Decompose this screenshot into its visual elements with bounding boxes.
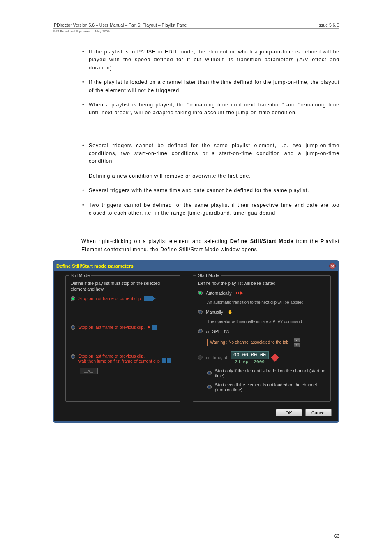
intro-bold: Define Still/Start Mode — [230, 238, 293, 244]
auto-arrow-icon — [235, 291, 244, 295]
gpi-pulse-icon: ⎍⎍ — [223, 328, 230, 334]
stop-last-frame-prev-icon — [148, 325, 157, 330]
bullets-limitations-2: Several triggers with the same time and … — [81, 187, 339, 217]
still-opt3-label-b: wait then jump on first frame of current… — [78, 358, 160, 363]
dialog-footer: OK Cancel — [54, 406, 338, 421]
dialog-body: Still Mode Define if the play-list must … — [54, 271, 338, 406]
radio-icon — [71, 325, 75, 330]
chevron-up-icon[interactable]: ▲ — [294, 338, 300, 342]
header-left: IPDirector Version 5.6 – User Manual – P… — [53, 23, 188, 28]
bullet-item: If the playlist is loaded on a channel l… — [89, 79, 339, 95]
page-header: IPDirector Version 5.6 – User Manual – P… — [53, 23, 339, 29]
start-option-ontime[interactable]: on Time, at 00:00:00:00 24-Apr-2009 — [198, 351, 326, 364]
start-auto-label: Automatically — [206, 291, 231, 296]
still-opt3-label-a: Stop on last frame of previous clip, — [78, 354, 171, 358]
gpi-warning-row: Warning : No channel associated to the t… — [207, 338, 326, 347]
start-manual-desc: The operator will manually initiate a PL… — [207, 319, 326, 324]
ontime-timecode[interactable]: 00:00:00:00 — [231, 351, 269, 359]
diamond-icon[interactable] — [271, 354, 279, 362]
dialog-titlebar: Define Still/Start mode parameters ✕ — [54, 261, 338, 271]
start-desc: Define how the play-list will be re-star… — [198, 281, 326, 287]
start-option-auto[interactable]: Automatically — [198, 291, 326, 296]
bullets-limitations: Several triggers cannot be defined for t… — [81, 142, 339, 166]
radio-icon — [71, 296, 75, 301]
fieldset-start-mode: Start Mode Define how the play-list will… — [193, 275, 331, 402]
radio-icon — [71, 354, 75, 359]
ontime-label: on Time, at — [206, 355, 227, 360]
bullet-item: When a playlist is being played, the "re… — [89, 101, 339, 117]
bullets-notes: If the playlist is in PAUSE or EDIT mode… — [81, 48, 339, 117]
bullet-item: Two triggers cannot be defined for the s… — [89, 201, 339, 217]
fieldset-still-mode: Still Mode Define if the play-list must … — [65, 275, 180, 402]
still-option-last-prev[interactable]: Stop on last frame of previous clip, — [71, 325, 176, 330]
ontime-sub-start-only[interactable]: Start only if the element is loaded on t… — [207, 368, 326, 378]
ontime-sub2-label: Start even if the element is not loaded … — [215, 382, 326, 392]
start-gpi-label: on GPI — [206, 329, 219, 334]
bullet-item: Several triggers with the same time and … — [89, 187, 339, 194]
radio-icon — [207, 371, 212, 375]
still-desc: Define if the play-list must stop on the… — [71, 281, 176, 292]
wait-jump-icon — [162, 358, 171, 363]
still-option-wait-jump[interactable]: Stop on last frame of previous clip, wai… — [71, 354, 176, 363]
stop-first-frame-icon — [144, 296, 153, 301]
legend-start: Start Mode — [196, 273, 221, 278]
gpi-warning-text: Warning : No channel associated to the t… — [207, 339, 291, 346]
start-auto-desc: An automatic transition to the next clip… — [207, 300, 326, 305]
gpi-spinner[interactable]: ▲ ▼ — [294, 338, 300, 347]
radio-icon — [198, 329, 203, 333]
ok-button[interactable]: OK — [276, 409, 302, 416]
dialog-title-text: Define Still/Start mode parameters — [56, 264, 134, 268]
radio-icon — [207, 385, 212, 389]
still-opt1-label: Stop on first frame of current clip — [78, 296, 141, 301]
hand-icon: ✋ — [226, 309, 234, 315]
start-option-gpi[interactable]: on GPI ⎍⎍ — [198, 328, 326, 334]
header-issue: Issue 5.6.D — [318, 23, 339, 28]
intro-pre: When right-clicking on a playlist elemen… — [81, 238, 230, 244]
dialog-define-still-start: Define Still/Start mode parameters ✕ Sti… — [53, 260, 339, 423]
radio-icon — [198, 310, 203, 314]
bullet-subtext: Defining a new condition will remove or … — [89, 172, 339, 180]
close-icon[interactable]: ✕ — [329, 263, 336, 269]
radio-icon — [198, 291, 203, 295]
header-sub: EVS Broadcast Equipment – May 2009 — [53, 30, 339, 33]
start-manual-label: Manually — [206, 310, 223, 314]
start-option-manual[interactable]: Manually ✋ — [198, 309, 326, 315]
cancel-button[interactable]: Cancel — [305, 409, 332, 416]
bullet-item: Several triggers cannot be defined for t… — [89, 142, 339, 166]
ontime-date: 24-Apr-2009 — [235, 359, 265, 364]
legend-still: Still Mode — [69, 273, 91, 278]
ontime-sub-start-even[interactable]: Start even if the element is not loaded … — [207, 382, 326, 392]
intro-paragraph: When right-clicking on a playlist elemen… — [81, 238, 339, 254]
still-option-first-frame[interactable]: Stop on first frame of current clip — [71, 296, 176, 301]
still-opt2-label: Stop on last frame of previous clip, — [78, 325, 145, 330]
bullet-item: If the playlist is in PAUSE or EDIT mode… — [89, 48, 339, 72]
radio-icon — [198, 355, 203, 360]
ontime-sub1-label: Start only if the element is loaded on t… — [215, 368, 326, 378]
chevron-down-icon[interactable]: ▼ — [294, 343, 300, 347]
seconds-field-icon: __s__ — [80, 368, 98, 374]
page-number: 63 — [330, 532, 339, 539]
